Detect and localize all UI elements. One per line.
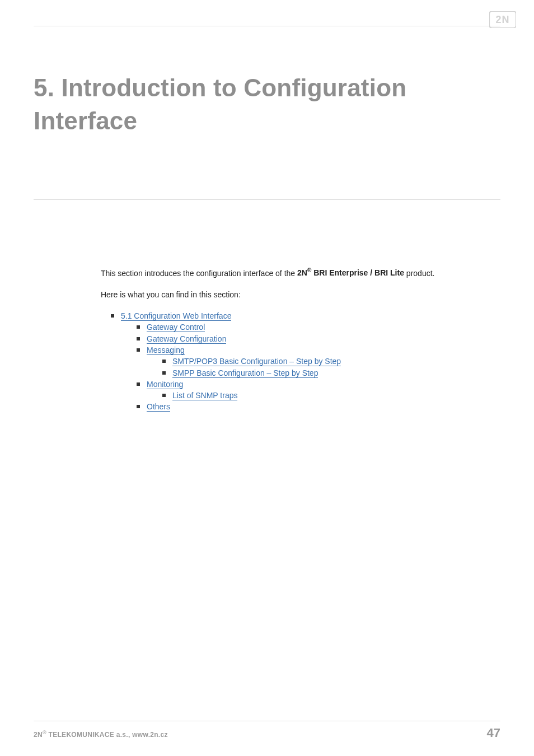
footer-page-number: 47 [487, 726, 500, 740]
section-rule [34, 199, 500, 200]
link-gateway-configuration[interactable]: Gateway Configuration [147, 334, 226, 344]
intro-brand-suffix: BRI Enterprise / BRI Lite [311, 268, 404, 277]
svg-text:2N: 2N [495, 14, 509, 25]
link-others[interactable]: Others [147, 402, 170, 412]
intro-brand-prefix: 2N [297, 268, 307, 277]
footer-brand-sup: ® [43, 730, 46, 735]
toc-item: SMTP/POP3 Basic Configuration – Step by … [172, 356, 500, 367]
link-smpp-basic-configuration[interactable]: SMPP Basic Configuration – Step by Step [172, 368, 318, 378]
intro-suffix: product. [404, 268, 434, 277]
toc-item: Gateway Configuration [147, 333, 500, 344]
link-list-of-snmp-traps[interactable]: List of SNMP traps [172, 391, 237, 400]
lead-paragraph: Here is what you can find in this sectio… [101, 289, 500, 300]
toc-item: SMPP Basic Configuration – Step by Step [172, 367, 500, 379]
body-text: This section introduces the configuratio… [101, 267, 500, 413]
toc: 5.1 Configuration Web Interface Gateway … [121, 310, 500, 413]
link-monitoring[interactable]: Monitoring [147, 380, 183, 389]
toc-item: List of SNMP traps [172, 390, 500, 401]
toc-item: Monitoring List of SNMP traps [147, 379, 500, 402]
page: 2N 5. Introduction to Configuration Inte… [0, 0, 534, 756]
brand-logo: 2N [489, 11, 516, 28]
footer-company-text: TELEKOMUNIKACE a.s., www.2n.cz [46, 731, 168, 739]
link-gateway-control[interactable]: Gateway Control [147, 323, 205, 332]
toc-item: 5.1 Configuration Web Interface Gateway … [121, 310, 500, 413]
page-title: 5. Introduction to Configuration Interfa… [34, 71, 500, 138]
intro-prefix: This section introduces the configuratio… [101, 268, 297, 277]
header-rule [34, 26, 500, 26]
toc-item: Gateway Control [147, 321, 500, 333]
link-messaging[interactable]: Messaging [147, 346, 185, 355]
toc-item: Messaging SMTP/POP3 Basic Configuration … [147, 344, 500, 379]
footer-company: 2N® TELEKOMUNIKACE a.s., www.2n.cz [34, 730, 168, 739]
link-smtp-pop3-basic-configuration[interactable]: SMTP/POP3 Basic Configuration – Step by … [172, 357, 341, 366]
footer: 2N® TELEKOMUNIKACE a.s., www.2n.cz 47 [34, 721, 500, 740]
toc-item: Others [147, 401, 500, 412]
link-configuration-web-interface[interactable]: 5.1 Configuration Web Interface [121, 311, 231, 321]
footer-brand-prefix: 2N [34, 731, 43, 739]
intro-paragraph: This section introduces the configuratio… [101, 267, 500, 279]
